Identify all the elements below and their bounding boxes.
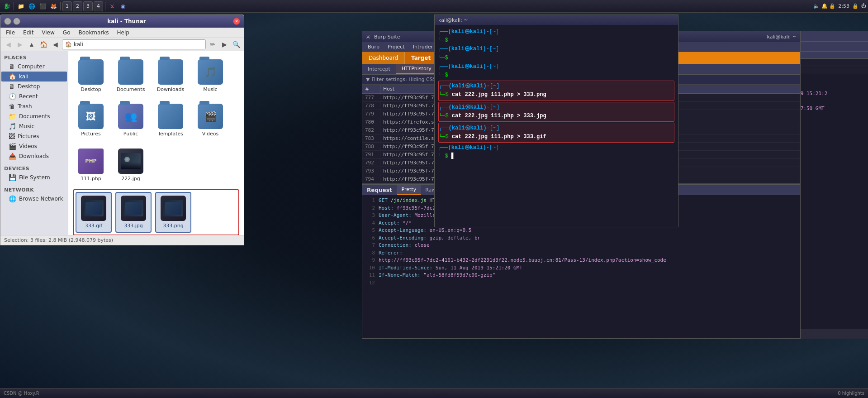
- file-item-videos[interactable]: 🎬 Videos: [192, 100, 228, 141]
- maximize-button[interactable]: [13, 18, 20, 25]
- extra-icon[interactable]: ◉: [118, 1, 128, 11]
- term-line-5: ┌──(kali㉿kali)-[~]: [438, 62, 674, 71]
- menu-bookmarks[interactable]: Bookmarks: [75, 29, 112, 37]
- sidebar-item-browse-network[interactable]: 🌐 Browse Network: [1, 194, 67, 204]
- sidebar-item-filesystem[interactable]: 💾 File System: [1, 173, 67, 182]
- taskbar-btn-2[interactable]: 2: [73, 1, 82, 11]
- burp-menu-intruder[interactable]: Intruder: [409, 43, 436, 51]
- file-item-222jpg[interactable]: 222.jpg: [113, 145, 149, 186]
- menu-edit[interactable]: Edit: [19, 29, 37, 37]
- menu-help[interactable]: Help: [114, 29, 133, 37]
- file-item-333png[interactable]: 333.png: [155, 192, 191, 233]
- file-item-templates[interactable]: Templates: [152, 100, 189, 141]
- close-button[interactable]: ✕: [233, 18, 240, 25]
- file-name: Templates: [158, 131, 183, 137]
- term-line-2: └─$: [438, 36, 674, 45]
- terminal-title: kali@kali: ~: [438, 17, 468, 23]
- bottom-status-text: CSDN @ Hoxy.R: [4, 391, 39, 396]
- file-item-333gif[interactable]: 333.gif: [76, 192, 112, 233]
- sidebar-item-pictures[interactable]: 🖼 Pictures: [1, 131, 67, 141]
- devices-header: Devices: [0, 164, 68, 173]
- file-item-pictures[interactable]: 🖼 Pictures: [73, 100, 109, 141]
- req-line-9: 9http://ff93c95f-7dc2-4161-b432-2df2291d…: [366, 257, 797, 264]
- sidebar-item-downloads[interactable]: 📥 Downloads: [1, 151, 67, 161]
- row-num: 793: [362, 167, 380, 175]
- sidebar-item-videos[interactable]: 🎬 Videos: [1, 141, 67, 151]
- taskbar-btn-4[interactable]: 4: [94, 1, 103, 11]
- taskbar: 🐉 📁 🌐 ⬛ 🦊 1 2 3 4 ⚔ ◉ 🔈 🔔 🔒 2:53 🔒 ⏻: [0, 0, 868, 13]
- file-name: Desktop: [81, 86, 101, 93]
- file-item-public[interactable]: 👥 Public: [113, 100, 149, 141]
- menu-view[interactable]: View: [38, 29, 58, 37]
- menu-file[interactable]: File: [2, 29, 19, 37]
- req-tab-pretty[interactable]: Pretty: [397, 185, 421, 195]
- home-button[interactable]: 🏠: [38, 39, 48, 49]
- browser-icon[interactable]: 🌐: [27, 1, 37, 11]
- burp-tab-target[interactable]: Target: [405, 52, 437, 64]
- arrow-right-button[interactable]: ▶: [219, 39, 229, 49]
- taskbar-btn-1[interactable]: 1: [62, 1, 72, 11]
- file-item-downloads[interactable]: Downloads: [152, 56, 189, 96]
- file-item-111php[interactable]: PHP 111.php: [73, 145, 109, 186]
- minimize-button[interactable]: [4, 18, 11, 25]
- thunar-toolbar: ◀ ▶ ▲ 🏠 ◀ 🏠 kali ✏ ▶ 🔍: [0, 38, 244, 51]
- sidebar-item-documents[interactable]: 📁 Documents: [1, 111, 67, 121]
- kali-menu-icon[interactable]: 🐉: [2, 1, 12, 11]
- sidebar-item-trash[interactable]: 🗑 Trash: [1, 101, 67, 111]
- burp-menu-project[interactable]: Project: [384, 43, 408, 51]
- search-button[interactable]: 🔍: [231, 39, 241, 49]
- forward-button[interactable]: ▶: [15, 39, 25, 49]
- back-button[interactable]: ◀: [3, 39, 13, 49]
- home-folder-icon: 🏠: [9, 73, 16, 80]
- toggle-button[interactable]: ◀: [50, 39, 60, 49]
- burp-icon: ⚔: [366, 34, 370, 40]
- term-cmd-block-1: ┌──(kali㉿kali)-[~] └─$ cat 222.jpg 111.p…: [438, 81, 674, 101]
- folder-icon: [158, 59, 183, 85]
- gif-file-icon: [81, 196, 106, 221]
- row-num: 792: [362, 159, 380, 167]
- selected-files-group: 333.gif 333.jpg: [73, 189, 239, 235]
- sidebar-item-recent[interactable]: 🕐 Recent: [1, 91, 67, 101]
- menu-go[interactable]: Go: [59, 29, 74, 37]
- address-bar[interactable]: 🏠 kali: [62, 39, 206, 49]
- sidebar-item-kali[interactable]: 🏠 kali: [1, 72, 67, 82]
- filter-icon: ▼: [366, 77, 370, 82]
- computer-icon: 🖥: [9, 63, 15, 70]
- file-item-documents[interactable]: Documents: [113, 56, 149, 96]
- term-cmd-block-2: ┌──(kali㉿kali)-[~] └─$ cat 222.jpg 111.p…: [438, 102, 674, 122]
- file-item-desktop[interactable]: Desktop: [73, 56, 109, 96]
- file-name: Documents: [117, 86, 145, 93]
- php-file-icon: PHP: [78, 149, 104, 174]
- sidebar-item-music[interactable]: 🎵 Music: [1, 121, 67, 131]
- thunar-sidebar: Places 🖥 Computer 🏠 kali 🖥 Desktop 🕐 Rec…: [0, 51, 68, 235]
- file-item-music[interactable]: 🎵 Music: [192, 56, 228, 96]
- taskbar-lock-icon[interactable]: 🔒: [852, 3, 859, 9]
- burp-subtab-httphistory[interactable]: HTTPhistory: [396, 64, 437, 74]
- window-controls: [4, 18, 20, 25]
- burp-icon[interactable]: ⚔: [107, 1, 117, 11]
- taskbar-btn-3[interactable]: 3: [83, 1, 93, 11]
- burp-subtab-intercept[interactable]: Intercept: [362, 64, 396, 74]
- files-icon[interactable]: 📁: [16, 1, 26, 11]
- bottom-bar: CSDN @ Hoxy.R 0 highlights: [0, 388, 868, 398]
- terminal-icon[interactable]: ⬛: [38, 1, 47, 11]
- burp-menu-burp[interactable]: Burp: [364, 43, 383, 51]
- sidebar-item-computer[interactable]: 🖥 Computer: [1, 62, 67, 72]
- file-item-333jpg[interactable]: 333.jpg: [115, 192, 152, 233]
- term-cmd-line-1: └─$ cat 222.jpg 111.php > 333.png: [439, 91, 674, 99]
- burp-tab-dashboard[interactable]: Dashboard: [362, 52, 405, 64]
- row-num: 788: [362, 143, 380, 150]
- firefox-icon[interactable]: 🦊: [48, 1, 58, 11]
- folder-icon: 🎵: [198, 59, 223, 85]
- videos-icon: 🎬: [9, 143, 16, 150]
- sidebar-item-desktop[interactable]: 🖥 Desktop: [1, 82, 67, 91]
- up-button[interactable]: ▲: [27, 39, 37, 49]
- taskbar-power-icon[interactable]: ⏻: [861, 3, 866, 9]
- req-line-7: 7Connection: close: [366, 242, 797, 249]
- taskbar-sep3: [105, 2, 105, 10]
- address-text: kali: [74, 41, 83, 48]
- file-name: 111.php: [81, 176, 101, 182]
- home-icon: 🏠: [65, 41, 72, 48]
- edit-address-button[interactable]: ✏: [208, 39, 218, 49]
- term-line-1: ┌──(kali㉿kali)-[~]: [438, 28, 674, 36]
